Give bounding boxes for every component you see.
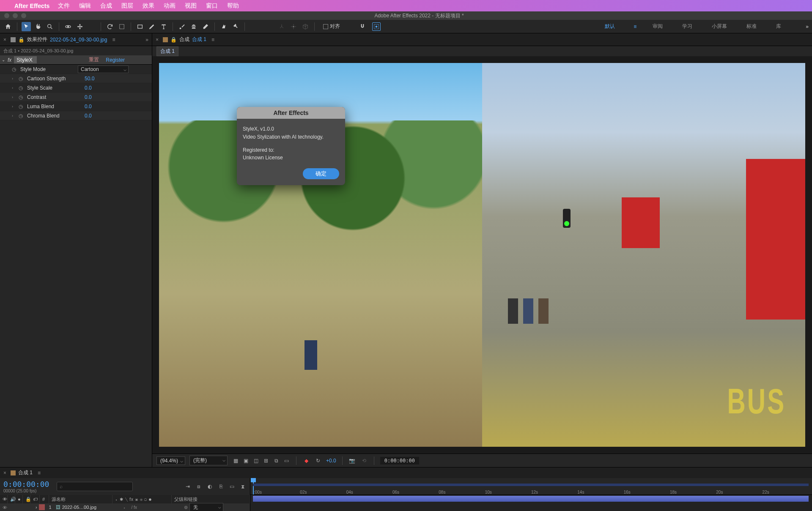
timeline-timecode[interactable]: 0:00:00:00 <box>3 480 49 489</box>
twirl-icon[interactable]: › <box>12 77 16 81</box>
panel-tab-file[interactable]: 2022-05-24_09-30-00.jpg <box>50 37 107 43</box>
draft3d-icon[interactable]: ▭ <box>228 483 236 490</box>
ws-library[interactable]: 库 <box>773 21 785 32</box>
orbit-tool[interactable] <box>63 22 73 31</box>
exposure-value[interactable]: +0.0 <box>326 458 336 464</box>
ws-learn[interactable]: 学习 <box>679 21 696 32</box>
col-source-header[interactable]: 源名称 <box>49 495 112 503</box>
dialog-ok-button[interactable]: 确定 <box>303 168 339 179</box>
panel-menu-icon[interactable]: ≡ <box>112 37 115 43</box>
pen-tool[interactable] <box>147 22 156 31</box>
lock-icon[interactable]: 🔒 <box>18 37 25 43</box>
twirl-icon[interactable]: › <box>12 114 16 118</box>
ws-small[interactable]: 小屏幕 <box>708 21 730 32</box>
layer-audio-toggle[interactable] <box>8 505 13 510</box>
col-solo-icon[interactable]: ● <box>15 495 23 503</box>
text-tool[interactable] <box>159 22 168 31</box>
align-checkbox[interactable]: 对齐 <box>323 23 340 30</box>
render-time-icon[interactable]: ⧗ <box>239 483 247 490</box>
layer-solo-toggle[interactable] <box>14 505 18 510</box>
snapping-icon[interactable] <box>358 22 367 31</box>
safe-zones-icon[interactable]: ◫ <box>252 457 260 465</box>
comp-tab-close-icon[interactable]: × <box>156 37 159 43</box>
menu-edit[interactable]: 编辑 <box>79 2 91 10</box>
layer-switches[interactable]: ⬩ / fx <box>123 505 182 510</box>
twirl-icon[interactable]: › <box>36 505 37 510</box>
selection-tool[interactable] <box>22 22 31 31</box>
panel-tab-label[interactable]: 效果控件 <box>27 36 47 43</box>
shy-toggle-icon[interactable]: ⇥ <box>184 483 192 490</box>
fx-reset-button[interactable]: 重置 <box>89 56 99 63</box>
grid-icon[interactable]: ⊞ <box>262 457 270 465</box>
menu-view[interactable]: 视图 <box>185 2 197 10</box>
rectangle-tool[interactable] <box>135 22 145 31</box>
ws-overflow-icon[interactable]: » <box>806 24 809 30</box>
clone-stamp-tool[interactable] <box>189 22 198 31</box>
timeline-search-input[interactable]: ⌕ <box>57 482 133 491</box>
timeline-track-area[interactable] <box>250 495 812 511</box>
snapshot-icon[interactable]: 📷 <box>348 457 356 465</box>
panel-close-icon[interactable]: × <box>3 37 6 43</box>
panel-overflow-icon[interactable]: » <box>145 37 148 43</box>
comp-tab-name[interactable]: 合成 1 <box>192 36 206 43</box>
channel-icon[interactable]: ▭ <box>283 457 290 465</box>
timeline-tab-close-icon[interactable]: × <box>3 470 6 476</box>
resolution-dropdown[interactable]: (完整) <box>189 456 228 465</box>
composition-viewer[interactable]: BUS After Effects StyleX, v1.0.0 Video S… <box>152 56 812 454</box>
menu-effect[interactable]: 效果 <box>143 2 154 10</box>
home-button[interactable] <box>3 22 13 31</box>
menu-layer[interactable]: 图层 <box>121 2 133 10</box>
ws-review[interactable]: 审阅 <box>649 21 666 32</box>
traffic-close-icon[interactable] <box>4 13 9 18</box>
col-label-icon[interactable]: 🏷 <box>30 495 40 503</box>
twirl-down-icon[interactable]: ⌄ <box>2 57 5 62</box>
lock-icon[interactable]: 🔒 <box>170 37 177 43</box>
layer-name[interactable]: 2022-05…00.jpg <box>62 505 121 510</box>
parent-pickwhip-icon[interactable]: ⊚ <box>184 505 188 510</box>
panel-menu-icon[interactable]: ≡ <box>38 470 41 476</box>
pan-behind-tool[interactable] <box>75 22 85 31</box>
mask-toggle-icon[interactable]: ▣ <box>242 457 250 465</box>
fx-header[interactable]: ⌄ fx StyleX 重置 Register <box>0 55 152 65</box>
layer-visibility-toggle[interactable]: 👁 <box>3 505 7 510</box>
ws-menu-icon[interactable]: ≡ <box>634 24 636 30</box>
menu-window[interactable]: 窗口 <box>206 2 218 10</box>
hand-tool[interactable] <box>33 22 43 31</box>
layer-lock-toggle[interactable] <box>19 505 24 510</box>
timeline-ruler[interactable]: :00s 02s 04s 06s 08s 10s 12s 14s 16s 18s… <box>250 478 812 495</box>
stopwatch-icon[interactable]: ◷ <box>19 85 25 91</box>
preview-timecode[interactable]: 0:00:00:00 <box>380 457 419 465</box>
twirl-icon[interactable]: › <box>12 86 16 90</box>
col-audio-icon[interactable]: 🔊 <box>8 495 15 503</box>
anchor-tool[interactable] <box>87 22 96 31</box>
frame-blend-icon[interactable]: ⧈ <box>195 483 203 490</box>
menu-file[interactable]: 文件 <box>58 2 70 10</box>
twirl-icon[interactable]: › <box>12 95 16 99</box>
parent-dropdown[interactable]: 无 <box>189 503 223 511</box>
prop-value[interactable]: 0.0 <box>85 94 92 100</box>
snap-to-grid-button[interactable] <box>372 22 381 31</box>
reset-exposure-icon[interactable]: ↻ <box>314 457 322 465</box>
stopwatch-icon[interactable]: ◷ <box>19 104 25 109</box>
timeline-layer-row[interactable]: 👁 › 1 🖼 2022-05…00.jpg ⬩ / fx ⊚ 无 <box>0 503 250 511</box>
fx-register-link[interactable]: Register <box>106 57 125 63</box>
stopwatch-icon[interactable]: ◷ <box>12 66 18 72</box>
brush-tool[interactable] <box>177 22 187 31</box>
eraser-tool[interactable] <box>201 22 210 31</box>
stopwatch-icon[interactable]: ◷ <box>19 113 25 119</box>
color-mgmt-icon[interactable]: ◆ <box>302 457 310 465</box>
menu-comp[interactable]: 合成 <box>100 2 112 10</box>
twirl-icon[interactable]: › <box>12 104 16 109</box>
menu-help[interactable]: 帮助 <box>227 2 239 10</box>
flowchart-item[interactable]: 合成 1 <box>156 46 178 56</box>
col-lock-icon[interactable]: 🔒 <box>23 495 30 503</box>
traffic-zoom-icon[interactable] <box>21 13 26 18</box>
ws-standard[interactable]: 标准 <box>743 21 760 32</box>
layer-color-swatch[interactable] <box>39 504 45 510</box>
ws-default[interactable]: 默认 <box>601 21 618 32</box>
zoom-tool[interactable] <box>45 22 55 31</box>
timeline-tab-name[interactable]: 合成 1 <box>18 469 33 476</box>
prop-value[interactable]: 50.0 <box>85 76 94 82</box>
col-visibility-icon[interactable]: 👁 <box>0 495 8 503</box>
prop-value[interactable]: 0.0 <box>85 104 92 109</box>
